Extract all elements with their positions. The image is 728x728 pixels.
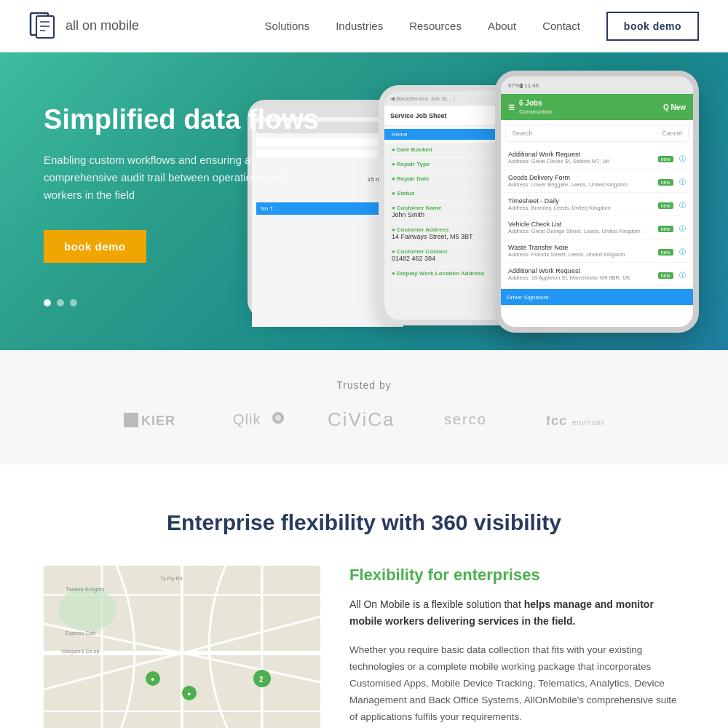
nav-industries[interactable]: Industries bbox=[336, 20, 383, 32]
nav-resources[interactable]: Resources bbox=[409, 20, 462, 32]
svg-text:Express Cafe: Express Cafe bbox=[66, 630, 96, 636]
section2-heading: Flexibility for enterprises bbox=[349, 566, 684, 585]
nav-contact[interactable]: Contact bbox=[542, 20, 580, 32]
svg-text:fcc: fcc bbox=[546, 414, 567, 428]
section2-title: Enterprise flexibility with 360 visibili… bbox=[44, 508, 684, 537]
hero-carousel-dots bbox=[44, 299, 349, 306]
svg-rect-1 bbox=[36, 16, 54, 38]
svg-text:●: ● bbox=[151, 676, 154, 683]
carousel-dot-1[interactable] bbox=[44, 299, 51, 306]
hero-section: Simplified data flows Enabling custom wo… bbox=[0, 52, 728, 350]
carousel-dot-2[interactable] bbox=[57, 299, 64, 306]
svg-text:Margam's Co-op: Margam's Co-op bbox=[62, 649, 100, 654]
nav-links: Solutions Industries Resources About Con… bbox=[264, 12, 699, 41]
phone-list-item-5: Waste Transfer Note Address: Francis Str… bbox=[501, 240, 693, 263]
svg-point-23 bbox=[58, 587, 116, 631]
nav-solutions[interactable]: Solutions bbox=[264, 20, 309, 32]
hero-content: Simplified data flows Enabling custom wo… bbox=[44, 103, 349, 306]
qlik-logo: Qlik bbox=[233, 408, 284, 435]
phone-list-item-6: Additional Work Request Address: 18 Appl… bbox=[501, 263, 693, 286]
section2-intro: All On Mobile is a flexible solution tha… bbox=[349, 596, 684, 631]
hero-phones: ◀ Back Service Job St... ⋮ Service Job S… bbox=[364, 63, 713, 311]
svg-text:KIER: KIER bbox=[141, 414, 175, 428]
svg-text:2: 2 bbox=[259, 676, 264, 684]
section2-body: Whether you require basic data collectio… bbox=[349, 642, 684, 726]
phone-front-mockup: 67%▮ 11:46 ☰ 6 JobsConstruction Q New Se… bbox=[495, 71, 699, 333]
section2-text: Flexibility for enterprises All On Mobil… bbox=[349, 566, 684, 726]
svg-text:serco: serco bbox=[444, 411, 487, 427]
svg-text:Ty-Fry Rd: Ty-Fry Rd bbox=[160, 576, 183, 582]
navbar: all on mobile Solutions Industries Resou… bbox=[0, 0, 728, 52]
nav-about[interactable]: About bbox=[488, 20, 516, 32]
trusted-title: Trusted by bbox=[44, 379, 684, 391]
logo-icon bbox=[29, 12, 58, 41]
svg-text:environment: environment bbox=[572, 419, 604, 427]
map-area: Twelve Knights Express Cafe Margam's Co-… bbox=[44, 566, 320, 728]
nav-book-demo-button[interactable]: book demo bbox=[606, 12, 699, 41]
svg-text:CiViCa: CiViCa bbox=[328, 408, 395, 430]
svg-text:Twelve Knights: Twelve Knights bbox=[66, 586, 105, 593]
map-svg: Twelve Knights Express Cafe Margam's Co-… bbox=[44, 566, 320, 728]
hero-headline: Simplified data flows bbox=[44, 103, 349, 137]
phone-list-item-3: Timesheet - Daily Address: Bramley, Leed… bbox=[501, 193, 693, 216]
logo[interactable]: all on mobile bbox=[29, 12, 139, 41]
trusted-logos: KIER Qlik CiViCa serco fcc environment bbox=[44, 408, 684, 435]
hero-body: Enabling custom workflows and ensuring a… bbox=[44, 151, 306, 204]
phone-list-item-1: Additional Work Request Address: Great C… bbox=[501, 146, 693, 170]
serco-logo: serco bbox=[444, 408, 502, 435]
section2-content: Twelve Knights Express Cafe Margam's Co-… bbox=[44, 566, 684, 728]
carousel-dot-3[interactable] bbox=[70, 299, 77, 306]
trusted-section: Trusted by KIER Qlik CiViCa serco bbox=[0, 350, 728, 464]
kier-logo: KIER bbox=[124, 409, 189, 435]
svg-text:Qlik: Qlik bbox=[233, 411, 261, 427]
phone-list-item-2: Goods Delivery Form Address: Lower Brigg… bbox=[501, 170, 693, 193]
svg-text:●: ● bbox=[187, 690, 191, 697]
logo-text: all on mobile bbox=[66, 18, 139, 33]
civica-logo: CiViCa bbox=[328, 408, 400, 435]
section2: Enterprise flexibility with 360 visibili… bbox=[0, 464, 728, 728]
svg-point-9 bbox=[275, 415, 281, 421]
hero-book-demo-button[interactable]: book demo bbox=[44, 230, 146, 263]
svg-rect-5 bbox=[124, 413, 138, 427]
fcc-logo: fcc environment bbox=[546, 409, 604, 435]
phone-list-item-4: Vehicle Check List Address: Great George… bbox=[501, 216, 693, 240]
